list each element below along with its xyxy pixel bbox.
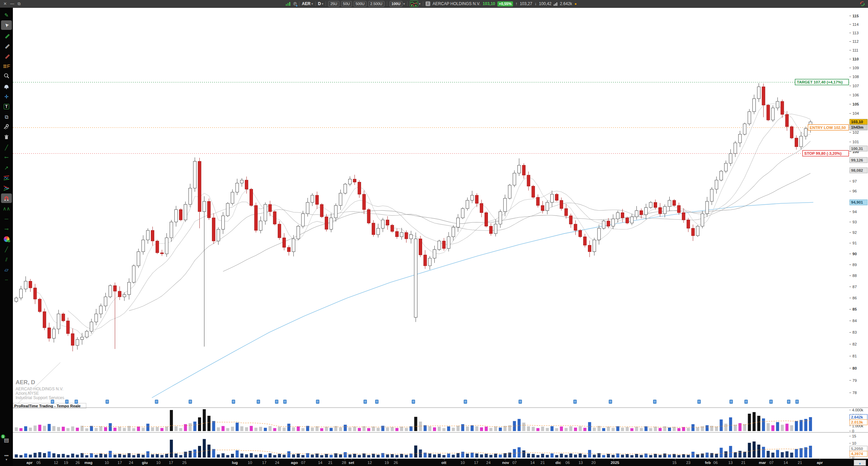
trendline-tool[interactable]: ╱ xyxy=(1,143,12,152)
horizontal-line-tool[interactable]: ─ xyxy=(1,214,12,223)
wedge-pattern-tool[interactable] xyxy=(1,183,12,193)
unit-button-50U[interactable]: 50U xyxy=(341,1,352,7)
ruler-green-tool[interactable]: ▬ xyxy=(1,31,12,40)
svg-text:07: 07 xyxy=(769,461,774,465)
svg-text:94: 94 xyxy=(852,210,857,214)
cursor-tool[interactable]: ➤ xyxy=(1,20,12,30)
prorealtime-window: { "window": {"controls": ["✕","—","⧉"]},… xyxy=(0,0,868,466)
svg-text:mag: mag xyxy=(84,461,93,465)
svg-text:15: 15 xyxy=(672,461,677,465)
arrow-down-icon: ↓ xyxy=(535,1,537,6)
svg-text:96: 96 xyxy=(852,189,857,193)
ruler-gray-tool[interactable]: ▬ xyxy=(1,41,12,50)
timeframe-dropdown[interactable]: D▾ xyxy=(318,1,323,6)
svg-text:14: 14 xyxy=(784,461,788,465)
info-icon[interactable]: i xyxy=(426,1,430,6)
minimize-icon[interactable]: — xyxy=(10,0,14,7)
draw-pencil-tool[interactable]: ✎ xyxy=(1,10,12,20)
parallelogram-tool[interactable]: ▱ xyxy=(1,265,12,274)
svg-text:17: 17 xyxy=(118,461,122,465)
svg-text:80: 80 xyxy=(852,366,857,370)
dotted-line-tool[interactable]: ┄ xyxy=(1,275,12,284)
svg-text:79: 79 xyxy=(852,378,857,383)
svg-text:82: 82 xyxy=(852,342,857,346)
prorealtime-logo-icon[interactable]: ℗ xyxy=(293,1,297,6)
svg-text:4,3974: 4,3974 xyxy=(851,452,863,456)
svg-text:109: 109 xyxy=(852,66,859,70)
price-chart[interactable]: AER, DAERCAP HOLDINGS N.V.Azioni NYSEInd… xyxy=(0,0,868,466)
unit-button-500U[interactable]: 500U xyxy=(354,1,367,7)
copy-tool[interactable]: ⧉ xyxy=(1,112,12,122)
arrow-tool[interactable]: ↗ xyxy=(1,163,12,172)
svg-text:5,2050: 5,2050 xyxy=(851,447,863,451)
last-price: 103,10 xyxy=(483,1,495,6)
fibonacci-tool[interactable]: ≣F xyxy=(1,61,12,71)
entry-level-label: ENTRY LOW 102,50 xyxy=(808,125,849,130)
chevron-down-icon: ▾ xyxy=(312,2,313,5)
symbol-dropdown[interactable]: AER▾ xyxy=(302,1,313,6)
horizontal-segment-tool[interactable]: ⊸ xyxy=(1,224,12,234)
alert-bell-tool[interactable] xyxy=(1,81,12,91)
color-wheel-tool[interactable] xyxy=(1,234,12,244)
svg-text:21: 21 xyxy=(741,461,746,465)
svg-text:giu: giu xyxy=(142,461,148,465)
svg-text:26: 26 xyxy=(76,461,80,465)
svg-text:07: 07 xyxy=(301,461,305,465)
zoom-tool[interactable] xyxy=(1,71,12,81)
svg-text:19: 19 xyxy=(64,461,68,465)
svg-text:mar: mar xyxy=(759,461,766,465)
delete-tool[interactable] xyxy=(1,132,12,142)
day-high: 103,27 xyxy=(520,1,532,6)
svg-text:nov: nov xyxy=(502,461,509,465)
close-icon[interactable]: ✕ xyxy=(3,0,7,7)
volume-bars-icon xyxy=(554,2,557,6)
restore-icon[interactable]: ⧉ xyxy=(18,0,21,7)
top-toolbar: ✕ — ⧉ ℗ AER▾ D▾ 25U50U500U2.500U 100U▾ xyxy=(0,0,868,8)
refresh-button[interactable] xyxy=(860,1,865,7)
workspace-badge[interactable]: ▤1 xyxy=(1,436,12,445)
channel-tool[interactable] xyxy=(1,173,12,183)
svg-text:88: 88 xyxy=(852,274,857,278)
svg-text:4.000k: 4.000k xyxy=(852,408,864,412)
svg-text:28: 28 xyxy=(342,461,346,465)
aggregation-dropdown[interactable]: 100U▾ xyxy=(390,1,405,7)
text-tool[interactable]: T xyxy=(1,102,12,111)
svg-text:115: 115 xyxy=(852,14,859,18)
svg-text:ott: ott xyxy=(441,461,447,465)
move-tool[interactable]: ✛ xyxy=(1,92,12,101)
chevron-down-icon: ▾ xyxy=(403,2,405,5)
svg-text:ENTRY LOW 102,50: ENTRY LOW 102,50 xyxy=(810,126,846,130)
svg-text:21: 21 xyxy=(540,461,545,465)
svg-text:10: 10 xyxy=(156,461,161,465)
settings-tools[interactable] xyxy=(1,122,12,132)
window-controls: ✕ — ⧉ xyxy=(0,0,21,7)
parallel-lines-tool[interactable]: ⫽ xyxy=(1,255,12,264)
svg-text:78: 78 xyxy=(852,391,857,395)
svg-text:AER, D: AER, D xyxy=(16,379,35,386)
unit-button-25U[interactable]: 25U xyxy=(328,1,339,7)
svg-text:21: 21 xyxy=(798,461,802,465)
ruler-red-tool[interactable]: ▬ xyxy=(1,51,12,60)
svg-text:90: 90 xyxy=(852,252,857,256)
unit-button-2.500U[interactable]: 2.500U xyxy=(368,1,384,7)
magnet-tool[interactable] xyxy=(1,193,12,203)
diagonal-line-tool[interactable]: ╱ xyxy=(1,244,12,254)
svg-text:110: 110 xyxy=(852,57,859,61)
svg-text:85: 85 xyxy=(852,307,857,311)
svg-text:86: 86 xyxy=(852,296,857,300)
svg-text:ago: ago xyxy=(291,461,298,465)
svg-text:apr: apr xyxy=(26,461,33,465)
chart-style-dropdown[interactable]: ▾ xyxy=(410,1,420,7)
svg-text:13: 13 xyxy=(578,461,583,465)
jump-to-latest-button[interactable]: ▲ ▪▪▪▪ xyxy=(854,460,866,466)
session-volume: 2.642k xyxy=(560,1,572,6)
svg-text:114: 114 xyxy=(852,22,859,26)
svg-text:24: 24 xyxy=(486,461,491,465)
chevron-down-icon: ▾ xyxy=(322,2,323,5)
peaks-pattern-tool[interactable]: ∧∧ xyxy=(1,204,12,213)
more-tools-button[interactable]: •••▼ xyxy=(1,454,12,462)
segment-tool[interactable]: ⊸ xyxy=(1,153,12,162)
svg-text:24: 24 xyxy=(129,461,133,465)
target-level-label: TARGET 107,40 (+4,17%) xyxy=(795,79,849,85)
svg-text:10: 10 xyxy=(104,461,109,465)
